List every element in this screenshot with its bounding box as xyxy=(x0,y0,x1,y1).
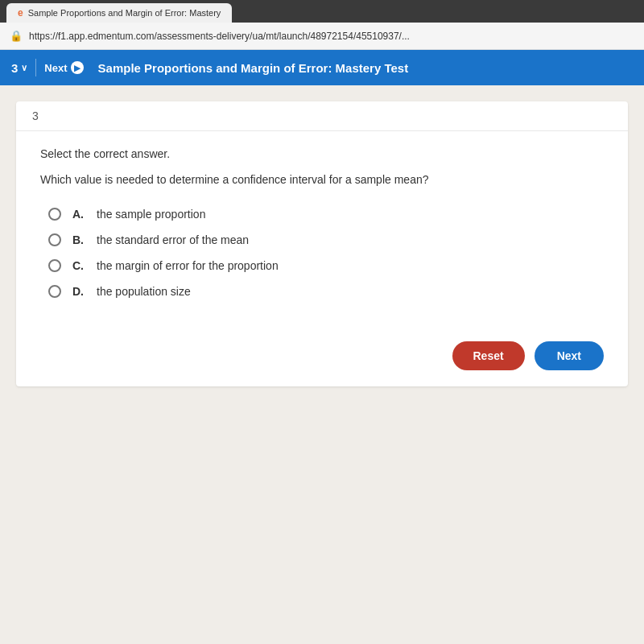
header-next-button[interactable]: Next ▶ xyxy=(44,61,83,74)
option-d-text: the population size xyxy=(97,285,191,298)
radio-a[interactable] xyxy=(48,208,61,221)
reset-button[interactable]: Reset xyxy=(452,341,525,370)
address-bar: 🔒 https://f1.app.edmentum.com/assessment… xyxy=(0,23,644,50)
radio-b[interactable] xyxy=(48,233,61,246)
radio-d[interactable] xyxy=(48,285,61,298)
option-c-text: the margin of error for the proportion xyxy=(97,259,279,272)
app-header: 3 ∨ Next ▶ Sample Proportions and Margin… xyxy=(0,50,644,85)
option-b-text: the standard error of the mean xyxy=(97,233,249,246)
option-d[interactable]: D. the population size xyxy=(48,285,604,298)
tab-title: Sample Proportions and Margin of Error: … xyxy=(28,8,221,18)
button-row: Reset Next xyxy=(16,322,628,386)
option-b[interactable]: B. the standard error of the mean xyxy=(48,233,604,246)
instruction-text: Select the correct answer. xyxy=(40,147,604,160)
question-number-display: 3 xyxy=(32,109,39,122)
page-title: Sample Proportions and Margin of Error: … xyxy=(98,61,409,75)
option-b-label: B. xyxy=(72,233,85,246)
arrow-icon: ▶ xyxy=(74,64,80,72)
radio-c[interactable] xyxy=(48,259,61,272)
browser-tab-bar: e Sample Proportions and Margin of Error… xyxy=(0,0,644,23)
tab-favicon: e xyxy=(18,7,23,19)
option-a-label: A. xyxy=(72,208,85,221)
question-body: Select the correct answer. Which value i… xyxy=(16,131,628,322)
option-a[interactable]: A. the sample proportion xyxy=(48,208,604,221)
options-list: A. the sample proportion B. the standard… xyxy=(48,208,604,298)
question-text: Which value is needed to determine a con… xyxy=(40,171,604,188)
browser-tab[interactable]: e Sample Proportions and Margin of Error… xyxy=(6,3,232,23)
option-c-label: C. xyxy=(72,259,85,272)
header-next-arrow: ▶ xyxy=(71,61,84,74)
option-c[interactable]: C. the margin of error for the proportio… xyxy=(48,259,604,272)
question-number: 3 xyxy=(11,61,18,75)
header-next-label: Next xyxy=(44,62,67,74)
option-d-label: D. xyxy=(72,285,85,298)
question-number-bar: 3 xyxy=(16,101,628,131)
chevron-down-icon: ∨ xyxy=(21,63,27,73)
lock-icon: 🔒 xyxy=(10,30,23,42)
url-text[interactable]: https://f1.app.edmentum.com/assessments-… xyxy=(29,31,410,42)
next-button[interactable]: Next xyxy=(535,341,604,370)
main-content: 3 Select the correct answer. Which value… xyxy=(0,85,644,644)
option-a-text: the sample proportion xyxy=(97,208,205,221)
header-divider xyxy=(35,59,36,76)
question-number-badge[interactable]: 3 ∨ xyxy=(11,61,27,75)
question-card: 3 Select the correct answer. Which value… xyxy=(16,101,628,386)
